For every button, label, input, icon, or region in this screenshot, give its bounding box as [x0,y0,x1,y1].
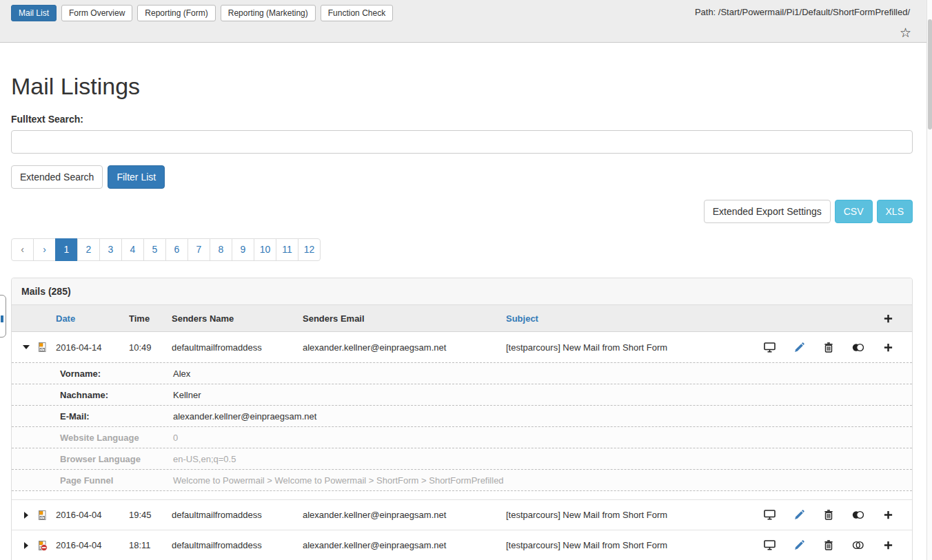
vertical-scrollbar[interactable] [926,0,932,560]
mail-senders-email: alexander.kellner@einpraegsam.net [303,342,506,353]
bookmark-star-icon[interactable]: ☆ [900,25,911,41]
toggle-on-icon[interactable] [852,510,864,521]
mail-senders-email: alexander.kellner@einpraegsam.net [303,540,506,550]
fulltext-search-label: Fulltext Search: [11,114,913,125]
mail-subject: [testparcours] New Mail from Short Form [506,540,763,550]
mail-date: 2016-04-04 [56,510,129,520]
toggle-on-icon[interactable] [852,342,864,353]
pagination-page-2[interactable]: 2 [77,238,100,261]
detail-row: E-Mail: alexander.kellner@einpraegsam.ne… [12,405,912,426]
column-header-subject[interactable]: Subject [506,313,763,324]
fulltext-search-input[interactable] [11,130,913,154]
tab-reporting-marketing[interactable]: Reporting (Marketing) [221,5,316,21]
add-icon[interactable] [882,510,894,521]
tab-mail-list[interactable]: Mail List [11,5,57,21]
pagination-page-1[interactable]: 1 [55,238,78,261]
detail-value: alexander.kellner@einpraegsam.net [173,411,912,422]
mails-panel: Mails (285) Date Time Senders Name Sende… [11,278,913,560]
detail-label: Vorname: [60,369,173,379]
expand-caret-icon[interactable] [24,512,28,519]
detail-row: Vorname: Alex [12,362,912,384]
mail-time: 10:49 [129,342,172,353]
column-header-senders-email: Senders Email [303,313,506,324]
clipped-left-panel-mark [1,315,3,322]
detail-value: en-US,en;q=0.5 [173,454,912,464]
module-tabs: Mail List Form Overview Reporting (Form)… [11,5,393,21]
detail-row: Page Funnel Welcome to Powermail > Welco… [12,469,912,490]
details-spacer [12,490,912,499]
mail-date: 2016-04-04 [56,540,129,550]
collapse-caret-icon[interactable] [23,345,30,349]
pagination-next-button[interactable]: › [33,238,56,261]
preview-monitor-icon[interactable] [763,510,776,521]
detail-label: Browser Language [60,454,173,464]
extended-search-button[interactable]: Extended Search [11,165,103,189]
tab-reporting-form[interactable]: Reporting (Form) [137,5,215,21]
mail-record-icon [37,510,48,521]
column-header-time: Time [129,313,172,324]
detail-value: Alex [173,369,912,379]
tab-function-check[interactable]: Function Check [321,5,393,21]
preview-monitor-icon[interactable] [763,540,776,551]
mails-panel-title: Mails (285) [12,278,912,305]
detail-row: Website Language 0 [12,426,912,448]
scrollbar-thumb[interactable] [928,19,932,129]
detail-label: E-Mail: [60,411,173,422]
pagination-page-8[interactable]: 8 [210,238,232,261]
mail-senders-name: defaultmailfromaddess [172,540,303,550]
column-header-senders-name: Senders Name [172,313,303,324]
detail-value: Kellner [173,390,912,400]
top-header-bar: Mail List Form Overview Reporting (Form)… [0,0,932,43]
pagination-page-11[interactable]: 11 [276,238,298,261]
edit-pencil-icon[interactable] [793,342,805,353]
pagination-page-9[interactable]: 9 [232,238,254,261]
toggle-off-icon[interactable] [852,540,864,551]
expand-caret-icon[interactable] [24,542,28,549]
detail-row: Nachname: Kellner [12,384,912,405]
mail-row[interactable]: 2016-04-14 10:49 defaultmailfromaddess a… [12,332,912,362]
tab-form-overview[interactable]: Form Overview [61,5,132,21]
mail-senders-name: defaultmailfromaddess [172,342,303,353]
pagination-page-7[interactable]: 7 [188,238,210,261]
mail-subject: [testparcours] New Mail from Short Form [506,342,763,353]
mail-senders-email: alexander.kellner@einpraegsam.net [303,510,506,520]
pagination-page-10[interactable]: 10 [254,238,276,261]
detail-label: Nachname: [60,390,173,400]
detail-label: Page Funnel [60,475,173,486]
delete-trash-icon[interactable] [822,540,835,551]
pagination-page-6[interactable]: 6 [165,238,188,261]
mail-time: 19:45 [129,510,172,520]
mail-date: 2016-04-14 [56,342,129,353]
add-column-icon[interactable] [882,313,894,324]
detail-row: Browser Language en-US,en;q=0.5 [12,448,912,469]
pagination-page-4[interactable]: 4 [121,238,144,261]
filter-list-button[interactable]: Filter List [108,165,165,189]
pagination-page-3[interactable]: 3 [99,238,122,261]
mail-senders-name: defaultmailfromaddess [172,510,303,520]
mail-row[interactable]: 2016-04-04 18:11 defaultmailfromaddess a… [12,530,912,560]
pagination-page-12[interactable]: 12 [298,238,321,261]
delete-trash-icon[interactable] [822,342,835,353]
delete-trash-icon[interactable] [822,510,835,521]
detail-value: Welcome to Powermail > Welcome to Powerm… [173,475,912,486]
mail-time: 18:11 [129,540,172,550]
add-icon[interactable] [882,540,894,551]
edit-pencil-icon[interactable] [793,540,805,551]
add-icon[interactable] [882,342,894,353]
export-csv-button[interactable]: CSV [835,200,873,223]
edit-pencil-icon[interactable] [793,510,805,521]
export-xls-button[interactable]: XLS [877,200,913,223]
mail-row[interactable]: 2016-04-04 19:45 defaultmailfromaddess a… [12,499,912,530]
page-path: Path: /Start/Powermail/Pi1/Default/Short… [695,7,910,17]
detail-label: Website Language [60,433,173,443]
preview-monitor-icon[interactable] [763,342,776,353]
extended-export-settings-button[interactable]: Extended Export Settings [704,200,831,223]
mail-record-icon [37,342,48,353]
clipped-left-panel [0,295,6,338]
mail-subject: [testparcours] New Mail from Short Form [506,510,763,520]
page-title: Mail Listings [11,73,913,100]
pagination-page-5[interactable]: 5 [143,238,166,261]
column-header-date[interactable]: Date [56,313,129,324]
detail-value: 0 [173,433,912,443]
pagination-prev-button[interactable]: ‹ [11,238,34,261]
